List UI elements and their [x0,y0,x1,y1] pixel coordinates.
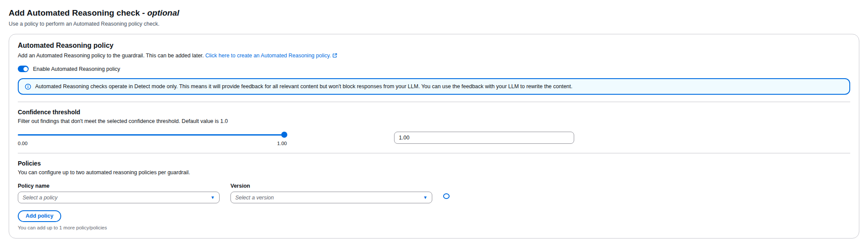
panel-description-text: Add an Automated Reasoning policy to the… [18,53,205,59]
loading-spinner-icon [443,193,450,199]
slider-handle[interactable] [281,132,287,138]
confidence-slider[interactable] [18,132,287,138]
page-title: Add Automated Reasoning check - optional [9,8,859,18]
version-placeholder: Select a version [235,195,423,201]
slider-labels: 0.00 1.00 [18,141,287,146]
slider-max-label: 1.00 [277,141,287,146]
enable-policy-toggle[interactable] [18,66,29,72]
info-icon [25,83,31,90]
policy-constraint-text: You can add up to 1 more policy/policies [18,225,850,230]
chevron-down-icon: ▼ [210,196,215,200]
version-select[interactable]: Select a version ▼ [230,192,432,203]
alert-text: Automated Reasoning checks operate in De… [35,83,572,90]
external-link-icon [332,53,337,60]
automated-reasoning-policy-card: Automated Reasoning policy Add an Automa… [9,34,859,239]
policies-description: You can configure up to two automated re… [18,169,850,176]
toggle-knob [23,67,28,71]
panel-description: Add an Automated Reasoning policy to the… [18,52,850,60]
enable-policy-toggle-label: Enable Automated Reasoning policy [33,66,120,72]
confidence-threshold-controls: 0.00 1.00 [18,132,850,146]
confidence-slider-wrap: 0.00 1.00 [18,132,287,146]
confidence-threshold-description: Filter out findings that don't meet the … [18,118,850,125]
policy-name-placeholder: Select a policy [23,195,210,201]
panel-title: Automated Reasoning policy [18,41,850,50]
policy-header-section: Automated Reasoning policy Add an Automa… [18,41,850,102]
chevron-down-icon: ▼ [423,196,427,200]
add-policy-button[interactable]: Add policy [18,210,61,222]
policy-name-field: Policy name Select a policy ▼ [18,183,220,203]
version-label: Version [230,183,432,189]
detect-mode-info-alert: Automated Reasoning checks operate in De… [18,78,850,95]
slider-min-label: 0.00 [18,141,27,146]
add-automated-reasoning-check-page: Add Automated Reasoning check - optional… [0,0,868,242]
confidence-threshold-section: Confidence threshold Filter out findings… [18,102,850,153]
page-title-text: Add Automated Reasoning check [9,8,142,17]
slider-track [18,134,287,136]
policies-section: Policies You can configure up to two aut… [18,153,850,230]
version-field: Version Select a version ▼ [230,183,432,203]
policy-name-select[interactable]: Select a policy ▼ [18,192,220,203]
enable-policy-toggle-row: Enable Automated Reasoning policy [18,66,850,72]
policy-name-label: Policy name [18,183,220,189]
page-title-optional: - optional [142,8,179,17]
policies-title: Policies [18,159,850,167]
create-policy-link[interactable]: Click here to create an Automated Reason… [205,53,331,59]
policy-fields-row: Policy name Select a policy ▼ Version Se… [18,183,850,203]
page-subtitle: Use a policy to perform an Automated Rea… [9,20,859,27]
confidence-value-input[interactable] [394,132,574,144]
confidence-threshold-title: Confidence threshold [18,108,850,116]
